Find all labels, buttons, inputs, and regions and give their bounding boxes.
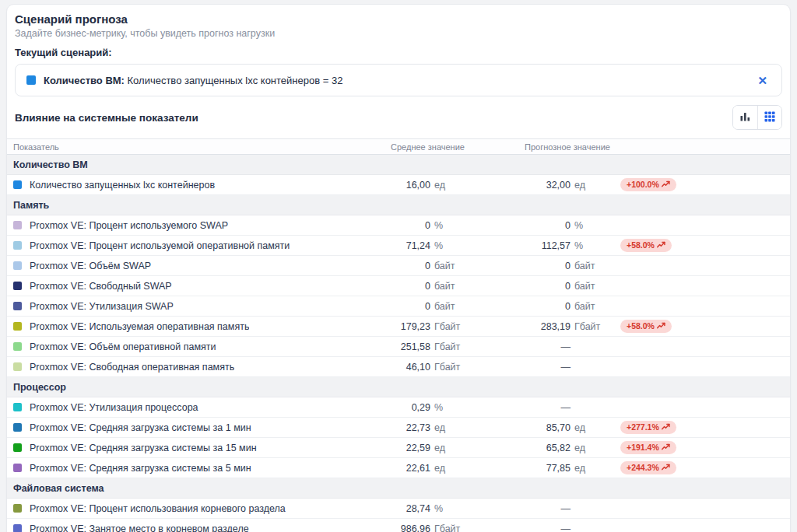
delta-value: +244.3% [627,464,659,473]
forecast-unit: ед [571,180,620,191]
avg-unit: % [430,220,514,231]
metric-row[interactable]: Proxmox VE: Используемая оперативная пам… [7,317,790,337]
delta-badge: +244.3% [620,461,676,474]
avg-unit: ед [430,443,514,453]
metric-color-swatch [13,342,22,351]
forecast-unit: байт [571,261,620,271]
scenario-condition: Количество запущенных lxc контейнеров = … [125,75,342,86]
metric-row[interactable]: Proxmox VE: Утилизация SWAP 0 байт 0 бай… [7,296,790,317]
metric-label: Proxmox VE: Используемая оперативная пам… [30,321,249,332]
scenario-text: Количество ВМ: Количество запущенных lxc… [44,75,342,86]
avg-unit: ед [430,463,514,474]
trending-up-icon [657,241,665,250]
forecast-unit: ед [571,443,620,453]
metric-color-swatch [13,524,22,532]
avg-value: 0 [341,220,430,231]
trending-up-icon [662,443,670,453]
metric-row[interactable]: Proxmox VE: Процент использования корнев… [7,499,790,519]
metric-row[interactable]: Proxmox VE: Занятое место в корневом раз… [7,519,790,532]
metric-row[interactable]: Proxmox VE: Свободная оперативная память… [7,357,790,377]
column-header-forecast: Прогнозное значение [514,142,620,152]
metric-row[interactable]: Proxmox VE: Объём SWAP 0 байт 0 байт [7,256,790,276]
group-label: Количество ВМ [13,159,88,170]
column-header-metric: Показатель [13,142,341,152]
group-label: Память [13,200,49,211]
column-header-average: Среднее значение [341,142,514,152]
delta-value: +277.1% [627,423,659,432]
trending-up-icon [657,322,665,331]
metric-label: Proxmox VE: Объём SWAP [30,261,151,271]
scenario-color-swatch [26,75,36,85]
forecast-value: 77,85 [514,463,571,474]
forecast-unit: байт [571,301,620,312]
chart-view-button[interactable] [733,106,757,129]
avg-value: 22,61 [341,463,430,474]
forecast-unit: ед [571,422,620,433]
avg-unit: % [430,240,514,251]
avg-unit: Гбайт [430,321,514,332]
metric-color-swatch [13,322,22,331]
avg-unit: ед [430,422,514,433]
metric-color-swatch [13,180,22,189]
forecast-value: 0 [514,261,571,271]
avg-value: 28,74 [341,503,430,514]
avg-value: 251,58 [341,341,430,352]
forecast-value: 0 [514,220,571,231]
avg-value: 22,59 [341,443,430,453]
metric-row[interactable]: Proxmox VE: Процент используемого SWAP 0… [7,215,790,236]
trending-up-icon [662,423,670,432]
metric-color-swatch [13,504,22,513]
metric-row[interactable]: Proxmox VE: Процент используемой операти… [7,236,790,256]
metric-color-swatch [13,403,22,411]
avg-value: 71,24 [341,240,430,251]
avg-value: 46,10 [341,362,430,373]
trending-up-icon [662,464,670,473]
metric-color-swatch [13,241,22,250]
scenario-metric-name: Количество ВМ: [44,75,125,86]
forecast-unit: % [571,240,620,251]
metric-row[interactable]: Proxmox VE: Средняя загрузка системы за … [7,418,790,438]
impact-title: Влияние на системные показатели [15,112,198,124]
forecast-value: 65,82 [514,443,571,453]
metric-row[interactable]: Proxmox VE: Средняя загрузка системы за … [7,458,790,478]
metric-color-swatch [13,221,22,229]
metric-label: Proxmox VE: Утилизация SWAP [30,301,174,312]
metric-row[interactable]: Proxmox VE: Средняя загрузка системы за … [7,438,790,458]
delta-badge: +100.0% [620,178,676,191]
grid-icon [764,111,775,124]
close-icon[interactable]: ✕ [754,72,771,89]
scenario-chip[interactable]: Количество ВМ: Количество запущенных lxc… [15,64,782,96]
metric-group-row: Память [7,195,790,215]
forecast-value: 85,70 [514,422,571,433]
avg-unit: Гбайт [430,341,514,352]
metric-group-row: Количество ВМ [7,155,790,175]
metric-row[interactable]: Количество запущенных lxc контейнеров 16… [7,175,790,195]
avg-value: 16,00 [341,180,430,191]
delta-badge: +58.0% [620,239,672,252]
avg-unit: байт [430,261,514,271]
forecast-value: — [514,402,571,413]
metric-label: Proxmox VE: Свободный SWAP [30,281,172,292]
avg-value: 0,29 [341,402,430,413]
delta-badge: +191.4% [620,441,676,454]
forecast-value: 0 [514,281,571,292]
metric-color-swatch [13,302,22,310]
forecast-unit: ед [571,463,620,474]
metric-label: Proxmox VE: Средняя загрузка системы за … [30,422,251,433]
metric-row[interactable]: Proxmox VE: Свободный SWAP 0 байт 0 байт [7,276,790,296]
metric-color-swatch [13,464,22,472]
metric-label: Proxmox VE: Процент использования корнев… [30,503,286,514]
metric-label: Количество запущенных lxc контейнеров [30,180,215,191]
forecast-unit: байт [571,281,620,292]
forecast-value: — [514,523,571,532]
metric-row[interactable]: Proxmox VE: Утилизация процессора 0,29 %… [7,397,790,418]
avg-value: 0 [341,301,430,312]
metric-color-swatch [13,261,22,270]
delta-value: +100.0% [627,180,659,190]
metric-label: Proxmox VE: Процент используемой операти… [30,240,290,251]
metric-row[interactable]: Proxmox VE: Объём оперативной памяти 251… [7,337,790,357]
table-view-button[interactable] [757,106,781,129]
avg-unit: ед [430,180,514,191]
impact-section-header: Влияние на системные показатели [7,96,790,138]
forecast-scenario-card: Сценарий прогноза Задайте бизнес-метрику… [6,4,791,532]
